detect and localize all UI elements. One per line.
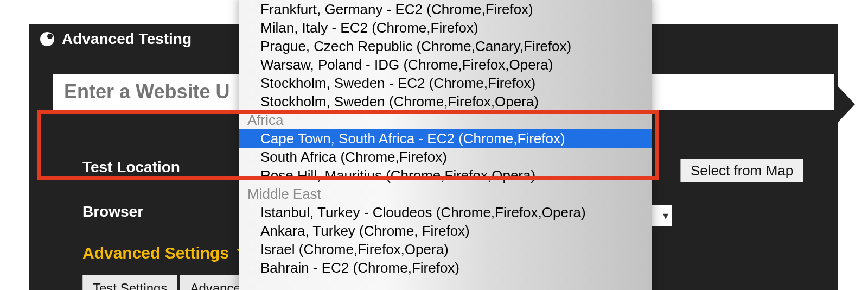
tab-test-settings[interactable]: Test Settings	[82, 275, 177, 290]
dropdown-option[interactable]: Israel (Chrome,Firefox,Opera)	[239, 240, 652, 259]
dropdown-option[interactable]: Prague, Czech Republic (Chrome,Canary,Fi…	[239, 37, 652, 55]
chevron-down-icon: ▾	[663, 209, 668, 222]
settings-tabs: Test Settings Advanced	[82, 275, 258, 290]
dropdown-option[interactable]: Ankara, Turkey (Chrome, Firefox)	[239, 222, 652, 240]
dropdown-option[interactable]: Rose Hill, Mauritius (Chrome,Firefox,Ope…	[239, 166, 652, 185]
select-from-map-button[interactable]: Select from Map	[680, 159, 803, 182]
dropdown-option[interactable]: Cape Town, South Africa - EC2 (Chrome,Fi…	[239, 129, 652, 148]
dropdown-option[interactable]: Stockholm, Sweden (Chrome,Firefox,Opera)	[239, 92, 652, 111]
dropdown-option[interactable]: Warsaw, Poland - IDG (Chrome,Firefox,Ope…	[239, 55, 652, 74]
dropdown-option[interactable]: Istanbul, Turkey - Cloudeos (Chrome,Fire…	[239, 203, 652, 222]
advanced-settings-label: Advanced Settings	[82, 244, 229, 262]
dropdown-option[interactable]: Stockholm, Sweden - EC2 (Chrome,Firefox)	[239, 74, 652, 92]
app-logo-icon	[40, 32, 54, 46]
test-location-dropdown[interactable]: Amsterdam, NL - GCE (Chrome,Firefox)Fran…	[239, 0, 652, 290]
panel-header: Advanced Testing	[29, 24, 192, 54]
panel-title: Advanced Testing	[62, 30, 192, 48]
dropdown-group-header: Middle East	[239, 185, 652, 203]
start-test-arrow-icon[interactable]	[834, 83, 855, 126]
dropdown-option[interactable]: Milan, Italy - EC2 (Chrome,Firefox)	[239, 18, 652, 37]
dropdown-option[interactable]: South Africa (Chrome,Firefox)	[239, 148, 652, 166]
browser-label: Browser	[82, 203, 143, 220]
advanced-settings-toggle[interactable]: Advanced Settings	[82, 244, 250, 262]
dropdown-group-header: Africa	[239, 111, 652, 129]
dropdown-option[interactable]: Frankfurt, Germany - EC2 (Chrome,Firefox…	[239, 0, 652, 18]
dropdown-option[interactable]: Bahrain - EC2 (Chrome,Firefox)	[239, 259, 652, 277]
test-location-label: Test Location	[82, 159, 180, 176]
